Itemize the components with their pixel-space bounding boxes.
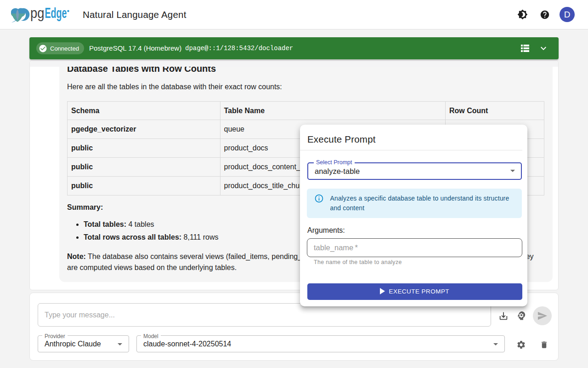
- svg-text:Edge: Edge: [45, 5, 67, 21]
- svg-text:pg: pg: [30, 5, 45, 21]
